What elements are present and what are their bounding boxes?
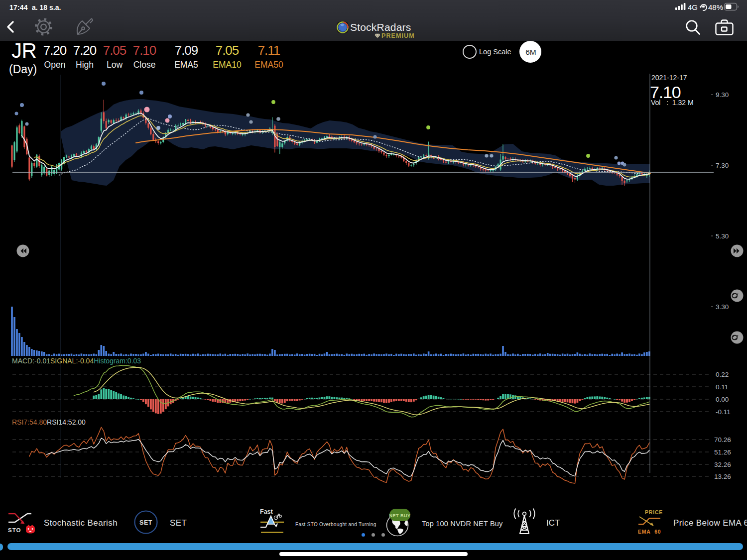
svg-text:SET: SET (139, 519, 152, 526)
svg-text:EMA 60: EMA 60 (638, 529, 661, 535)
svg-text:STO: STO (8, 527, 21, 533)
svg-text:NET BUY: NET BUY (389, 513, 410, 518)
svg-text:Fast: Fast (260, 508, 273, 515)
svg-text:PRICE: PRICE (645, 509, 663, 515)
